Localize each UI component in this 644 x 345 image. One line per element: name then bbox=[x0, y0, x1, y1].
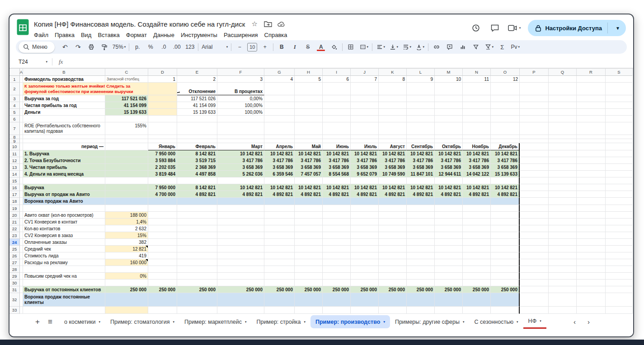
cell-M12[interactable]: 3 417 786 bbox=[435, 157, 463, 164]
cell-J22[interactable] bbox=[351, 225, 379, 232]
cell-F8[interactable] bbox=[217, 135, 264, 139]
cell-F21[interactable] bbox=[217, 219, 264, 225]
star-icon[interactable]: ☆ bbox=[250, 20, 259, 28]
cell-P28[interactable] bbox=[520, 266, 549, 273]
cell-M20[interactable] bbox=[435, 212, 463, 219]
cell-H9[interactable] bbox=[295, 139, 323, 143]
cell-N11[interactable]: 10 142 821 bbox=[463, 150, 491, 157]
cell-B5[interactable]: Деньги bbox=[23, 109, 105, 116]
cell-Q28[interactable] bbox=[549, 266, 577, 273]
cell-M24[interactable] bbox=[435, 239, 463, 246]
cell-B13[interactable]: 3. Чистая прибыль bbox=[23, 164, 105, 171]
row-header-13[interactable]: 13 bbox=[9, 164, 20, 171]
cell-G29[interactable] bbox=[264, 273, 295, 280]
cell-S22[interactable] bbox=[606, 225, 633, 232]
cell-D22[interactable] bbox=[148, 225, 177, 232]
column-header-H[interactable]: H bbox=[295, 69, 323, 76]
cell-M1[interactable]: 10 bbox=[435, 76, 463, 83]
bold-button[interactable]: B bbox=[275, 42, 288, 52]
cell-K26[interactable] bbox=[379, 252, 407, 259]
cell-M5[interactable] bbox=[435, 109, 463, 116]
cell-Q31[interactable] bbox=[549, 286, 577, 293]
cell-K8[interactable] bbox=[379, 135, 407, 139]
cell-F31[interactable]: 250 000 bbox=[217, 286, 264, 293]
cell-G12[interactable]: 3 417 786 bbox=[264, 157, 295, 164]
cell-G13[interactable]: 3 658 369 bbox=[264, 164, 295, 171]
cell-K20[interactable] bbox=[379, 212, 407, 219]
cell-G9[interactable] bbox=[264, 139, 295, 143]
menu-item[interactable]: Расширения bbox=[221, 30, 261, 40]
sheet-tab-4[interactable]: Пример: производство▾ bbox=[310, 315, 390, 328]
cell-M18[interactable] bbox=[435, 198, 463, 205]
row-header-32[interactable]: 32 bbox=[9, 293, 20, 307]
cell-F19[interactable] bbox=[217, 205, 264, 212]
cell-R5[interactable] bbox=[577, 109, 606, 116]
cell-I32[interactable] bbox=[323, 293, 351, 307]
menu-item[interactable]: Правка bbox=[52, 30, 78, 40]
cell-J25[interactable] bbox=[351, 246, 379, 252]
scroll-tabs-right-icon[interactable]: › bbox=[588, 318, 590, 326]
row-header-7[interactable]: 7 bbox=[9, 122, 20, 135]
cell-G31[interactable]: 250 000 bbox=[264, 286, 295, 293]
cell-O16[interactable]: 10 142 821 bbox=[491, 184, 520, 191]
cell-I8[interactable] bbox=[323, 135, 351, 139]
cell-N24[interactable] bbox=[463, 239, 491, 246]
filter-views-button[interactable]: ▾ bbox=[483, 42, 495, 52]
cell-R7[interactable] bbox=[577, 122, 606, 135]
cell-R31[interactable] bbox=[577, 286, 606, 293]
cell-C9[interactable] bbox=[105, 139, 148, 143]
cell-P27[interactable] bbox=[520, 259, 549, 266]
cell-S1[interactable] bbox=[606, 76, 633, 83]
borders-button[interactable] bbox=[344, 42, 357, 52]
cell-C11[interactable] bbox=[105, 150, 148, 157]
cell-F15[interactable] bbox=[217, 177, 264, 184]
cell-D9[interactable] bbox=[148, 139, 177, 143]
cell-D7[interactable] bbox=[148, 122, 177, 135]
cell-O23[interactable] bbox=[491, 232, 520, 239]
cell-D32[interactable] bbox=[148, 293, 177, 307]
cell-B33[interactable] bbox=[23, 307, 105, 314]
cell-O14[interactable]: 15 139 633 bbox=[491, 171, 520, 177]
cell-F26[interactable] bbox=[217, 252, 264, 259]
cell-R33[interactable] bbox=[577, 307, 606, 314]
cell-A7[interactable] bbox=[20, 122, 23, 135]
cell-E13[interactable]: 2 368 369 bbox=[177, 164, 217, 171]
cell-M11[interactable]: 10 142 821 bbox=[435, 150, 463, 157]
cell-R9[interactable] bbox=[577, 139, 606, 143]
cell-L31[interactable]: 250 000 bbox=[407, 286, 435, 293]
cell-P10[interactable] bbox=[520, 143, 549, 150]
cell-N6[interactable] bbox=[463, 116, 491, 122]
zoom-select[interactable]: 75%▾ bbox=[111, 42, 127, 52]
cell-N30[interactable] bbox=[463, 280, 491, 286]
cell-Q12[interactable] bbox=[549, 157, 577, 164]
cell-B15[interactable] bbox=[23, 177, 105, 184]
cell-Q14[interactable] bbox=[549, 171, 577, 177]
cell-Q5[interactable] bbox=[549, 109, 577, 116]
cell-M2[interactable] bbox=[435, 83, 463, 95]
cell-O13[interactable]: 3 658 369 bbox=[491, 164, 520, 171]
cell-R22[interactable] bbox=[577, 225, 606, 232]
cell-D30[interactable] bbox=[148, 280, 177, 286]
cell-P25[interactable] bbox=[520, 246, 549, 252]
cell-F3[interactable]: 0,00% bbox=[217, 95, 264, 102]
row-header-22[interactable]: 22 bbox=[9, 225, 20, 232]
cell-H22[interactable] bbox=[295, 225, 323, 232]
cell-K25[interactable] bbox=[379, 246, 407, 252]
cell-D25[interactable] bbox=[148, 246, 177, 252]
cell-H10[interactable]: Май bbox=[295, 143, 323, 150]
increase-font-size-button[interactable]: + bbox=[259, 42, 271, 52]
cell-A31[interactable] bbox=[20, 286, 23, 293]
cell-A20[interactable] bbox=[20, 212, 23, 219]
cell-F16[interactable]: 10 142 821 bbox=[217, 184, 264, 191]
cell-S32[interactable] bbox=[606, 293, 633, 307]
cell-R14[interactable] bbox=[577, 171, 606, 177]
cell-P9[interactable] bbox=[520, 139, 549, 143]
cell-K2[interactable] bbox=[379, 83, 407, 95]
document-title[interactable]: Копия [НФ] Финансовая модель. Создайте к… bbox=[34, 20, 245, 28]
cell-Q27[interactable] bbox=[549, 259, 577, 266]
cell-E5[interactable]: 15 139 633 bbox=[177, 109, 217, 116]
cell-O12[interactable]: 3 417 786 bbox=[491, 157, 520, 164]
cell-S25[interactable] bbox=[606, 246, 633, 252]
cell-H6[interactable] bbox=[295, 116, 323, 122]
currency-format-button[interactable]: р. bbox=[131, 42, 144, 52]
